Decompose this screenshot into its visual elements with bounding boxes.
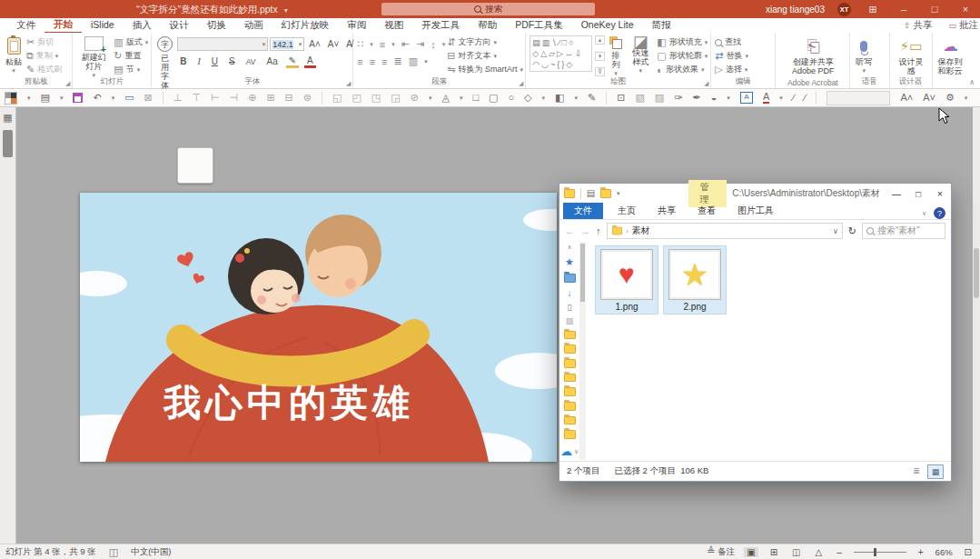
increase-font-size-button[interactable]: A˄ [306, 39, 323, 49]
qat-grow-font-icon[interactable]: A˄ [900, 93, 913, 103]
adobe-pdf-button[interactable]: ⎗ 创建并共享 Adobe PDF [779, 35, 846, 76]
explorer-tab-share[interactable]: 共享 [647, 203, 687, 219]
select-button[interactable]: ▷选择▾ [715, 63, 748, 76]
find-button[interactable]: 查找 [715, 35, 748, 49]
qat-pipette-icon[interactable]: ∕ [793, 93, 795, 103]
pane-grid-icon[interactable]: ▦ [3, 113, 12, 123]
nav-scrollbar-thumb[interactable] [580, 244, 585, 302]
zoom-slider-handle[interactable] [874, 548, 876, 556]
normal-view-icon[interactable]: ▣ [744, 547, 757, 557]
qat-rectangle-icon[interactable]: □ [472, 93, 479, 103]
qat-format-painter-icon[interactable]: ✎ [588, 93, 596, 103]
qat-bring-front-icon[interactable]: ◳ [371, 93, 381, 103]
language-indicator[interactable]: 中文(中国) [131, 546, 171, 558]
tab-help[interactable]: 帮助 [469, 18, 506, 33]
nav-documents-icon[interactable]: ▯ [568, 304, 572, 312]
explorer-tab-home[interactable]: 主页 [607, 203, 647, 219]
nav-folder-icon[interactable] [564, 402, 576, 411]
nav-folder-icon[interactable] [564, 344, 576, 354]
canvas-scrollbar-thumb[interactable] [974, 248, 979, 298]
tab-islide[interactable]: iSlide [82, 18, 124, 33]
explorer-tab-picture-tools[interactable]: 图片工具 [727, 203, 785, 219]
qat-send-back-icon[interactable]: ◲ [391, 93, 400, 103]
align-text-button[interactable]: ⊟对齐文本▾ [447, 49, 523, 63]
font-size-combo[interactable]: 142.1▾ [270, 37, 304, 51]
qat-merge-shapes-icon[interactable]: ⊘ [411, 93, 419, 103]
numbering-icon[interactable]: ≡ [380, 39, 385, 50]
ribbon-display-options-icon[interactable]: ⊞ [864, 4, 882, 15]
nav-folder-icon[interactable] [564, 359, 576, 368]
decrease-font-size-button[interactable]: A˅ [325, 39, 342, 49]
tab-pdf-tools[interactable]: PDF工具集 [506, 18, 572, 33]
shapes-scroll-up-icon[interactable]: ▴ [595, 35, 605, 45]
replace-button[interactable]: ⇄替换▾ [715, 49, 748, 63]
share-button[interactable]: ⇧共享 [904, 19, 933, 32]
bold-button[interactable]: B [177, 56, 189, 66]
quick-styles-button[interactable]: ◪ 快速样式▾ [627, 35, 654, 76]
close-icon[interactable]: × [956, 4, 975, 15]
zoom-level[interactable]: 66% [935, 547, 953, 557]
tab-transition[interactable]: 切换 [198, 18, 235, 33]
up-icon[interactable]: ↑ [596, 225, 601, 236]
shape-effects-button[interactable]: ◐形状效果▾ [657, 63, 708, 76]
nav-scrollbar[interactable] [579, 242, 586, 460]
tab-home[interactable]: 开始 [45, 17, 82, 34]
decrease-indent-icon[interactable]: ⇤ [401, 38, 410, 50]
qat-distribute-h-icon[interactable]: ⊞ [266, 93, 274, 103]
qat-font-color-icon[interactable]: A [763, 92, 769, 104]
canvas-shape-square[interactable] [177, 147, 213, 184]
explorer-tab-file[interactable]: 文件 [563, 203, 603, 219]
explorer-close-icon[interactable]: × [929, 189, 951, 199]
explorer-minimize-icon[interactable]: — [886, 189, 907, 199]
highlight-color-button[interactable]: ✎ [286, 55, 299, 68]
qat-align-right-icon[interactable]: ⊣ [230, 93, 239, 103]
increase-indent-icon[interactable]: ⇥ [416, 38, 424, 50]
maximize-icon[interactable]: □ [926, 4, 944, 15]
font-dialog-launcher[interactable]: ◢ [346, 80, 351, 87]
breadcrumb-location[interactable]: 素材 [632, 225, 650, 237]
nav-cloud-icon[interactable]: ☁ [560, 444, 572, 458]
qat-text-box-icon[interactable]: A [740, 92, 753, 104]
nav-desktop-icon[interactable] [564, 274, 576, 283]
tab-view[interactable]: 视图 [375, 18, 412, 33]
qat-align-left-icon[interactable]: ⊢ [211, 93, 220, 103]
pane-vertical-tab[interactable] [3, 130, 13, 157]
qat-crop-icon[interactable]: ⊡ [617, 93, 625, 103]
qat-align-top-icon[interactable]: ⊤ [192, 93, 201, 103]
tab-file[interactable]: 文件 [7, 18, 45, 33]
qat-undo-icon[interactable]: ↶ [93, 93, 101, 103]
slide[interactable]: 我心中的英雄 [80, 193, 557, 462]
qat-align-center-icon[interactable]: ⊕ [248, 93, 256, 103]
tab-brief[interactable]: 简报 [642, 18, 679, 33]
tab-developer[interactable]: 开发工具 [412, 18, 469, 33]
qat-shrink-font-icon[interactable]: A˅ [923, 93, 935, 103]
character-spacing-button[interactable]: AV [243, 57, 259, 66]
zoom-in-icon[interactable]: + [916, 547, 926, 557]
nav-folder-icon[interactable] [564, 387, 576, 396]
qat-customize-icon[interactable]: ▾ [965, 95, 968, 102]
comments-button[interactable]: ▭批注 [948, 19, 978, 32]
qat-distribute-v-icon[interactable]: ⊟ [285, 93, 293, 103]
paste-button[interactable]: 粘贴▾ [4, 35, 24, 76]
strikethrough-button[interactable]: S [226, 56, 238, 66]
tab-onekey[interactable]: OneKey Lite [572, 18, 643, 33]
explorer-maximize-icon[interactable]: □ [907, 189, 929, 199]
qat-pipette2-icon[interactable]: ∕ [805, 93, 807, 103]
section-button[interactable]: ▤节▾ [114, 63, 148, 76]
columns-icon[interactable]: ▥ [409, 55, 418, 67]
reset-button[interactable]: ↻重置 [114, 49, 148, 63]
details-view-icon[interactable]: ≣ [909, 464, 924, 477]
font-name-combo[interactable]: ▾ [177, 37, 268, 51]
quick-access-star-icon[interactable]: ★ [565, 256, 574, 268]
nav-folder-icon[interactable] [564, 374, 576, 383]
shape-outline-button[interactable]: ▢形状轮廓▾ [657, 49, 708, 63]
explorer-collapse-ribbon-icon[interactable]: ∨ [922, 210, 926, 217]
qat-bring-forward-icon[interactable]: ◱ [332, 93, 342, 103]
cut-button[interactable]: ✂剪切 [26, 35, 62, 49]
user-avatar[interactable]: XT [837, 3, 851, 16]
slide-sorter-icon[interactable]: ⊞ [767, 547, 780, 557]
thumbnails-view-icon[interactable]: ▦ [927, 464, 944, 479]
copy-button[interactable]: ⧉复制▾ [26, 49, 62, 63]
underline-button[interactable]: U [209, 56, 221, 66]
smartart-button[interactable]: ⇋转换为 SmartArt▾ [447, 63, 523, 76]
